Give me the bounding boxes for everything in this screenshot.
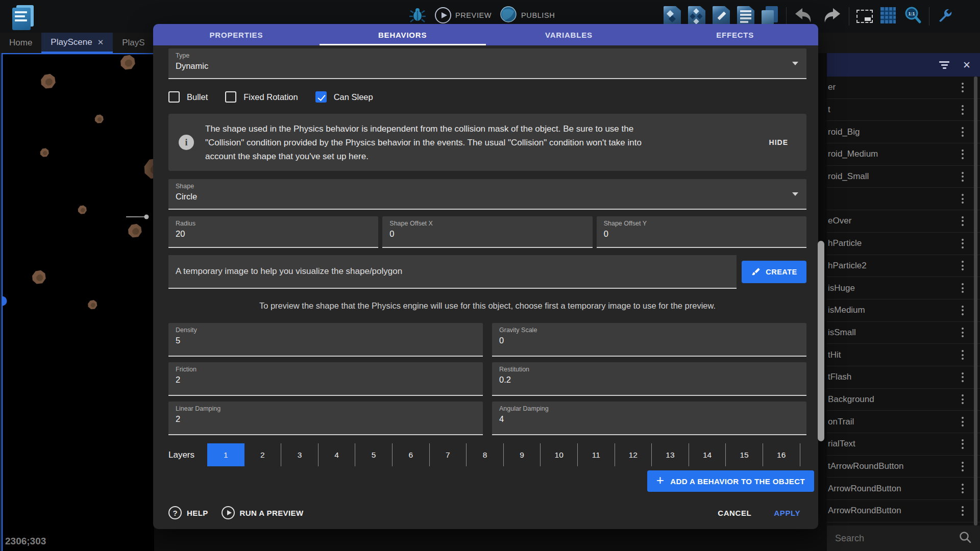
item-menu-icon[interactable] (953, 283, 972, 293)
item-menu-icon[interactable] (953, 83, 972, 92)
object-list-item[interactable]: roid_Medium (827, 143, 980, 166)
field-restitution[interactable]: Restitution0.2 (492, 362, 806, 396)
checkbox-checked-icon[interactable] (315, 91, 327, 103)
layer-5[interactable]: 5 (355, 443, 393, 466)
layer-12[interactable]: 12 (615, 443, 652, 466)
checkbox-bullet[interactable]: Bullet (168, 91, 208, 103)
layers-panel-icon[interactable] (762, 6, 779, 27)
item-menu-icon[interactable] (953, 484, 972, 493)
preview-button[interactable]: PREVIEW (435, 7, 492, 23)
layer-9[interactable]: 9 (504, 443, 541, 466)
item-menu-icon[interactable] (953, 350, 972, 360)
create-button[interactable]: CREATE (742, 261, 806, 283)
layer-11[interactable]: 11 (578, 443, 615, 466)
dialog-tab-properties[interactable]: PROPERTIES (153, 24, 320, 45)
object-list-item[interactable]: roid_Big (827, 121, 980, 143)
zoom-one-to-one-icon[interactable]: 1:1 (903, 6, 922, 27)
checkbox-can-sleep[interactable]: Can Sleep (315, 91, 373, 103)
item-menu-icon[interactable] (953, 172, 972, 182)
field-linear-damping[interactable]: Linear Damping2 (168, 402, 483, 435)
debug-bug-icon[interactable] (408, 5, 427, 26)
layer-6[interactable]: 6 (393, 443, 430, 466)
grid-icon[interactable] (880, 6, 896, 27)
layer-14[interactable]: 14 (689, 443, 726, 466)
item-menu-icon[interactable] (953, 216, 972, 226)
object-list-item[interactable]: tFlash (827, 366, 980, 389)
field-radius[interactable]: Radius20 (168, 216, 378, 248)
publish-button[interactable]: PUBLISH (500, 6, 555, 25)
item-menu-icon[interactable] (953, 439, 972, 449)
field-friction[interactable]: Friction2 (168, 362, 483, 396)
field-angular-damping[interactable]: Angular Damping4 (492, 402, 806, 435)
type-dropdown[interactable]: Type Dynamic (168, 48, 806, 79)
item-menu-icon[interactable] (953, 462, 972, 471)
layer-3[interactable]: 3 (281, 443, 318, 466)
instances-list-icon[interactable] (688, 6, 705, 27)
filter-icon[interactable] (939, 61, 949, 68)
object-list-item[interactable]: hParticle2 (827, 255, 980, 278)
tab-home[interactable]: Home (0, 33, 41, 53)
shape-dropdown[interactable]: Shape Circle (168, 179, 806, 210)
object-list-item[interactable]: isMedium (827, 299, 980, 322)
layer-1[interactable]: 1 (207, 443, 244, 466)
settings-wrench-icon[interactable] (937, 7, 954, 26)
layer-13[interactable]: 13 (652, 443, 689, 466)
dialog-scrollbar-thumb[interactable] (818, 241, 824, 441)
item-menu-icon[interactable] (953, 372, 972, 382)
objects-list-scrollbar[interactable] (974, 77, 977, 525)
layer-7[interactable]: 7 (430, 443, 467, 466)
object-list-item[interactable]: rialText (827, 433, 980, 456)
object-list-item[interactable]: Background (827, 389, 980, 411)
object-list-item[interactable]: er (827, 77, 980, 99)
layer-10[interactable]: 10 (541, 443, 578, 466)
close-panel-icon[interactable]: ✕ (963, 60, 971, 70)
object-list-item[interactable]: isSmall (827, 322, 980, 344)
selection-rectangle-icon[interactable] (856, 10, 873, 23)
scene-canvas[interactable]: 2306;303 (0, 53, 154, 551)
item-menu-icon[interactable] (953, 239, 972, 248)
object-list-item[interactable]: ArrowRoundButton (827, 500, 980, 522)
dialog-tab-effects[interactable]: EFFECTS (652, 24, 818, 45)
layer-15[interactable]: 15 (726, 443, 763, 466)
object-list-item[interactable]: isHuge (827, 277, 980, 299)
object-list-item[interactable]: eOver (827, 210, 980, 233)
project-manager-icon[interactable] (9, 4, 36, 30)
add-object-icon[interactable] (664, 6, 681, 27)
object-list-item[interactable]: tHit (827, 344, 980, 366)
item-menu-icon[interactable] (953, 105, 972, 115)
item-menu-icon[interactable] (953, 306, 972, 315)
dialog-tab-behaviors[interactable]: BEHAVIORS (320, 24, 486, 45)
checkbox-unchecked-icon[interactable] (168, 91, 180, 103)
temp-image-field[interactable]: A temporary image to help you visualize … (168, 255, 737, 289)
layer-8[interactable]: 8 (467, 443, 504, 466)
field-shape-offset-x[interactable]: Shape Offset X0 (382, 216, 592, 248)
edit-scene-icon[interactable] (713, 6, 730, 27)
object-list-item[interactable]: hParticle (827, 233, 980, 255)
object-list-item[interactable]: onTrail (827, 411, 980, 433)
tab-playscene[interactable]: PlayScene✕ (41, 33, 113, 53)
dialog-tab-variables[interactable]: VARIABLES (486, 24, 652, 45)
item-menu-icon[interactable] (953, 417, 972, 427)
field-density[interactable]: Density5 (168, 323, 483, 357)
run-preview-button[interactable]: RUN A PREVIEW (222, 506, 304, 519)
hide-button[interactable]: HIDE (769, 138, 788, 146)
layer-2[interactable]: 2 (244, 443, 282, 466)
object-list-item[interactable]: roid_Small (827, 166, 980, 188)
item-menu-icon[interactable] (953, 194, 972, 204)
dialog-scrollbar[interactable] (817, 45, 825, 529)
field-gravity-scale[interactable]: Gravity Scale0 (492, 323, 806, 357)
object-list-item[interactable]: ArrowRoundButton (827, 478, 980, 500)
item-menu-icon[interactable] (953, 394, 972, 404)
add-behavior-button[interactable]: + ADD A BEHAVIOR TO THE OBJECT (647, 470, 814, 492)
object-list-item[interactable] (827, 188, 980, 210)
cancel-button[interactable]: CANCEL (718, 509, 751, 517)
object-properties-icon[interactable] (737, 6, 754, 27)
item-menu-icon[interactable] (953, 127, 972, 137)
checkbox-unchecked-icon[interactable] (225, 91, 236, 103)
close-tab-icon[interactable]: ✕ (97, 38, 104, 47)
undo-icon[interactable] (794, 7, 814, 26)
item-menu-icon[interactable] (953, 261, 972, 270)
object-list-item[interactable]: t (827, 99, 980, 121)
help-button[interactable]: ? HELP (168, 506, 208, 519)
item-menu-icon[interactable] (953, 328, 972, 337)
